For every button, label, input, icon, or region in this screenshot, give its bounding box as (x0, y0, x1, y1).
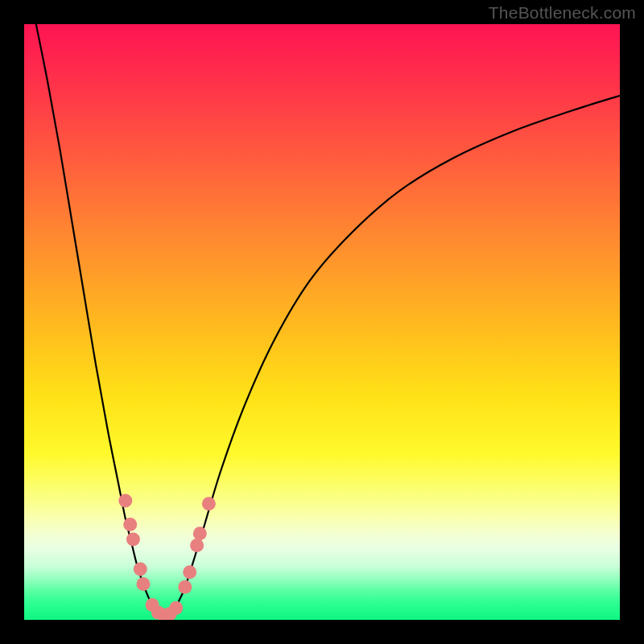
marker-dot (134, 563, 147, 576)
curve-left (36, 24, 161, 615)
marker-dot (190, 539, 204, 552)
curve-right (167, 96, 620, 615)
marker-dot (202, 497, 216, 510)
chart-frame: TheBottleneck.com (0, 0, 644, 644)
marker-dot (118, 494, 132, 508)
marker-dot (126, 533, 140, 547)
marker-dot (123, 518, 137, 531)
marker-dots (118, 494, 216, 621)
marker-dot (178, 580, 192, 594)
curve-layer (24, 24, 620, 620)
marker-dot (183, 565, 196, 579)
marker-dot (169, 601, 183, 615)
marker-dot (193, 526, 207, 540)
watermark-text: TheBottleneck.com (489, 3, 636, 23)
plot-area (24, 24, 620, 620)
marker-dot (137, 577, 151, 591)
